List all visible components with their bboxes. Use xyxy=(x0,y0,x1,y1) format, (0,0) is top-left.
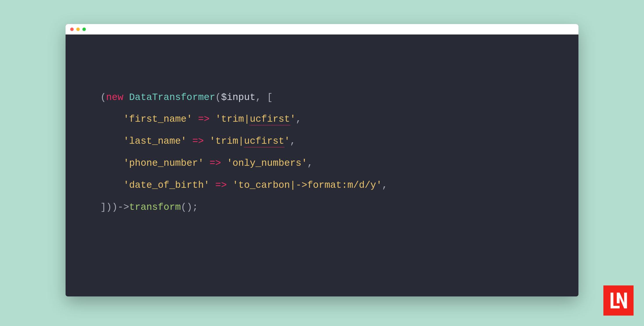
maximize-icon[interactable] xyxy=(82,28,86,31)
arrow-operator: => xyxy=(192,136,204,147)
array-value: only_numbers xyxy=(233,158,302,169)
keyword-new: new xyxy=(106,92,123,103)
code-line-1: (new DataTransformer($input, [ xyxy=(100,87,544,109)
window-titlebar xyxy=(66,24,578,34)
array-key: phone_number xyxy=(129,158,198,169)
spellcheck-error: ucfirst xyxy=(250,114,290,125)
array-value: trim| xyxy=(221,114,250,125)
array-key: first_name xyxy=(129,114,187,125)
code-content: (new DataTransformer($input, [ 'first_na… xyxy=(66,34,578,271)
arrow-operator: => xyxy=(198,114,210,125)
paren-open: ( xyxy=(100,92,106,103)
ln-logo-icon xyxy=(607,289,630,312)
code-editor-window: (new DataTransformer($input, [ 'first_na… xyxy=(66,24,578,296)
class-name: DataTransformer xyxy=(129,92,215,103)
spellcheck-error: ucfirst xyxy=(244,136,284,147)
code-line-entry: 'phone_number' => 'only_numbers', xyxy=(100,152,544,174)
code-line-entry: 'last_name' => 'trim|ucfirst', xyxy=(100,130,544,152)
code-line-last: ]))->transform(); xyxy=(100,196,544,218)
array-key: date_of_birth xyxy=(129,180,204,191)
method-call: transform xyxy=(129,202,181,213)
minimize-icon[interactable] xyxy=(76,28,80,31)
arrow-operator: => xyxy=(209,158,221,169)
code-line-entry: 'date_of_birth' => 'to_carbon|->format:m… xyxy=(100,174,544,196)
array-key: last_name xyxy=(129,136,181,147)
laravel-news-logo xyxy=(603,285,634,316)
code-line-entry: 'first_name' => 'trim|ucfirst', xyxy=(100,108,544,130)
variable: $input xyxy=(221,92,256,103)
array-value: trim| xyxy=(215,136,244,147)
arrow-operator: => xyxy=(215,180,227,191)
array-value: to_carbon|->format:m/d/y xyxy=(238,180,376,191)
close-icon[interactable] xyxy=(70,28,74,31)
